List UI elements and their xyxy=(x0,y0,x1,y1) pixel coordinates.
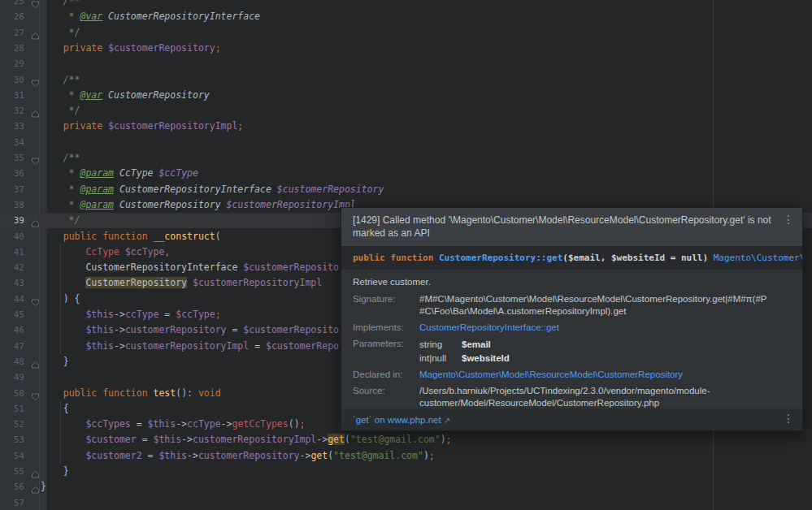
code-line[interactable]: 37 * @param CustomerRepositoryInterface … xyxy=(0,182,812,197)
fold-end-icon[interactable] xyxy=(31,216,40,225)
ide-editor: 25 /**26 * @var CustomerRepositoryInterf… xyxy=(0,0,812,510)
line-number: 56 xyxy=(0,479,24,495)
code-text: $this->ccType = $ccType; xyxy=(41,307,221,322)
code-text: */ xyxy=(41,25,80,41)
php-net-link[interactable]: `get` on www.php.net xyxy=(353,415,441,425)
code-text: */ xyxy=(41,103,80,119)
method-description: Retrieve customer. xyxy=(353,276,791,288)
doc-row-value: CustomerRepositoryInterface::get xyxy=(419,322,771,334)
line-number: 53 xyxy=(0,432,24,447)
code-text: public function test(): void xyxy=(41,386,221,401)
line-number: 33 xyxy=(0,119,24,134)
line-number: 27 xyxy=(0,25,24,41)
code-text: private $customerRepositoryImpl; xyxy=(41,119,243,134)
doc-link[interactable]: CustomerRepositoryInterface::get xyxy=(419,322,559,332)
fold-end-icon[interactable] xyxy=(31,106,40,115)
line-number: 31 xyxy=(0,88,24,103)
code-text: $customer = $this->customerRepositoryImp… xyxy=(41,432,452,447)
fold-end-icon[interactable] xyxy=(31,28,40,37)
fold-start-icon[interactable] xyxy=(31,295,40,304)
code-line[interactable]: 57 xyxy=(0,495,812,510)
line-number: 44 xyxy=(0,292,24,307)
line-number: 30 xyxy=(0,72,24,88)
code-text: } xyxy=(41,464,69,479)
documentation-popup: [1429] Called method '\Magento\Customer\… xyxy=(341,207,803,431)
line-number: 25 xyxy=(0,0,24,9)
line-number: 46 xyxy=(0,322,24,338)
line-number: 45 xyxy=(0,307,24,322)
line-number: 48 xyxy=(0,354,24,370)
doc-link[interactable]: Magento\Customer\Model\ResourceModel\Cus… xyxy=(419,370,683,379)
line-number: 51 xyxy=(0,401,24,417)
fold-end-icon[interactable] xyxy=(31,357,40,366)
code-line[interactable]: 34 xyxy=(0,135,812,150)
code-text: /** xyxy=(41,150,80,166)
line-number: 34 xyxy=(0,135,24,150)
code-text: private $customerRepository; xyxy=(41,41,221,56)
code-text: * @var CustomerRepository xyxy=(41,88,210,103)
code-text: ) { xyxy=(41,292,80,307)
line-number: 42 xyxy=(0,260,24,275)
code-text: */ xyxy=(41,213,80,228)
doc-row-label: Signature: xyxy=(353,293,416,318)
line-number: 57 xyxy=(0,495,24,510)
code-line[interactable]: 56} xyxy=(0,479,812,495)
code-text: $this->customerRepository = $customerRep… xyxy=(41,322,339,338)
code-line[interactable]: 53 $customer = $this->customerRepository… xyxy=(0,432,812,447)
kebab-menu-icon[interactable]: ⋮ xyxy=(783,214,794,225)
line-number: 49 xyxy=(0,370,24,385)
line-number: 50 xyxy=(0,386,24,401)
code-text: CcType $ccType, xyxy=(41,244,170,260)
line-number: 26 xyxy=(0,9,24,24)
line-number: 55 xyxy=(0,464,24,479)
code-line[interactable]: 54 $customer2 = $this->customerRepositor… xyxy=(0,448,812,464)
code-line[interactable]: 26 * @var CustomerRepositoryInterface xyxy=(0,9,812,24)
code-line[interactable]: 30 /** xyxy=(0,72,812,88)
method-signature: public function CustomerRepository::get(… xyxy=(341,247,802,270)
popup-header: [1429] Called method '\Magento\Customer\… xyxy=(341,208,802,247)
line-number: 40 xyxy=(0,229,24,244)
line-number: 54 xyxy=(0,448,24,464)
code-line[interactable]: 35 /** xyxy=(0,150,812,166)
code-line[interactable]: 31 * @var CustomerRepository xyxy=(0,88,812,103)
line-number: 29 xyxy=(0,56,24,71)
line-number: 28 xyxy=(0,41,24,56)
code-text: { xyxy=(41,401,69,417)
code-text: CustomerRepositoryInterface $customerRep… xyxy=(41,260,339,275)
fold-start-icon[interactable] xyxy=(31,0,40,6)
code-line[interactable]: 28 private $customerRepository; xyxy=(0,41,812,56)
code-line[interactable]: 25 /** xyxy=(0,0,812,9)
code-text: /** xyxy=(41,0,80,9)
line-number: 37 xyxy=(0,182,24,197)
code-line[interactable]: 29 xyxy=(0,56,812,71)
doc-row-label: Source: xyxy=(353,385,416,408)
doc-row-value: /Users/b.harniuk/Projects/UCTindexing/2.… xyxy=(419,385,771,408)
fold-end-icon[interactable] xyxy=(31,482,40,491)
code-text: } xyxy=(41,354,69,370)
code-line[interactable]: 36 * @param CcType $ccType xyxy=(0,166,812,181)
code-text: * @var CustomerRepositoryInterface xyxy=(41,9,260,24)
doc-row-label: Declared in: xyxy=(353,369,416,381)
line-number: 52 xyxy=(0,417,24,432)
line-number: 36 xyxy=(0,166,24,181)
fold-start-icon[interactable] xyxy=(31,76,40,84)
line-number: 32 xyxy=(0,103,24,119)
code-text: * @param CcType $ccType xyxy=(41,166,198,181)
code-line[interactable]: 32 */ xyxy=(0,103,812,119)
kebab-menu-icon[interactable]: ⋮ xyxy=(783,413,794,424)
inspection-warning-text: [1429] Called method '\Magento\Customer\… xyxy=(353,214,775,240)
code-line[interactable]: 27 */ xyxy=(0,25,812,41)
code-line[interactable]: 33 private $customerRepositoryImpl; xyxy=(0,119,812,134)
doc-row-value: Magento\Customer\Model\ResourceModel\Cus… xyxy=(419,369,771,381)
fold-end-icon[interactable] xyxy=(31,467,40,476)
popup-body: Retrieve customer. Signature:#M#C\Magent… xyxy=(341,270,802,408)
line-number: 41 xyxy=(0,244,24,260)
code-text: public function __construct( xyxy=(41,229,221,244)
fold-start-icon[interactable] xyxy=(31,153,40,162)
fold-start-icon[interactable] xyxy=(31,389,40,398)
code-text: $customer2 = $this->customerRepository->… xyxy=(41,448,435,464)
doc-row-label: Parameters: xyxy=(353,338,416,365)
popup-footer: `get` on www.php.net↗ ⋮ xyxy=(341,408,802,430)
code-text: $this->customerRepositoryImpl = $custome… xyxy=(41,339,339,354)
code-line[interactable]: 55 } xyxy=(0,464,812,479)
